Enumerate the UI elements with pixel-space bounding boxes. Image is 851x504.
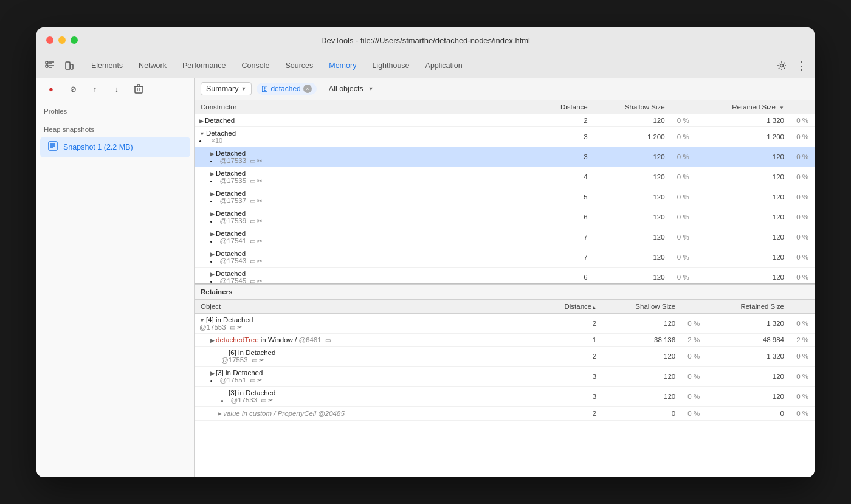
expand-arrow-icon[interactable]: ▶ [210, 370, 215, 376]
node-cut-icon[interactable]: ✂ [257, 157, 262, 164]
maximize-button[interactable] [71, 36, 78, 44]
node-copy-icon[interactable]: ▭ [325, 337, 331, 343]
expand-arrow-icon[interactable]: ▶ [210, 271, 215, 277]
shallow-size-header[interactable]: Shallow Size [594, 100, 671, 114]
upload-button[interactable]: ↑ [86, 80, 103, 97]
retainer-row[interactable]: ▸ value in custom / PropertyCell @20485 … [195, 406, 815, 420]
summary-dropdown[interactable]: Summary ▼ [201, 82, 252, 95]
distance-cell: 6 [536, 207, 594, 227]
retained-size-header[interactable]: Retained Size ▼ [695, 100, 790, 114]
retainer-row[interactable]: [3] in Detached @17533 ▭✂ 3 120 0 % 120 … [195, 386, 815, 406]
table-row[interactable]: ▶Detached @17533 ▭✂ 3 120 0 % 120 0 % [195, 147, 815, 167]
expand-arrow-icon[interactable]: ▼ [199, 317, 205, 323]
retainer-row[interactable]: ▶[3] in Detached @17551 ▭✂ 3 120 0 % 120… [195, 366, 815, 386]
svg-rect-1 [46, 65, 48, 67]
shallow-pct-cell: 0 % [671, 167, 695, 187]
node-copy-icon[interactable]: ▭ [250, 258, 255, 264]
tab-lighthouse[interactable]: Lighthouse [365, 56, 416, 75]
node-cut-icon[interactable]: ✂ [257, 278, 262, 283]
close-button[interactable] [46, 36, 53, 44]
node-copy-icon[interactable]: ▭ [252, 357, 257, 364]
node-copy-icon[interactable]: ▭ [250, 198, 255, 204]
retained-cell: 120 [695, 207, 790, 227]
settings-icon[interactable] [773, 57, 790, 74]
filter-clear-button[interactable]: × [303, 85, 312, 93]
ret-shallow-header[interactable]: Shallow Size [602, 300, 681, 314]
expand-arrow-icon[interactable]: ▶ [210, 337, 215, 343]
node-cut-icon[interactable]: ✂ [257, 218, 262, 224]
expand-arrow-icon[interactable]: ▼ [199, 131, 205, 137]
node-copy-icon[interactable]: ▭ [250, 178, 255, 184]
table-row[interactable]: ▶Detached @17543 ▭✂ 7 120 0 % 120 0 % [195, 247, 815, 267]
node-copy-icon[interactable]: ▭ [261, 397, 266, 404]
ret-distance-header[interactable]: Distance▲ [536, 300, 602, 314]
tab-sources[interactable]: Sources [278, 56, 320, 75]
retainer-shallow-cell: 120 [602, 366, 681, 386]
titlebar: DevTools - file:///Users/stmarthe/detach… [36, 27, 815, 54]
node-cut-icon[interactable]: ✂ [257, 377, 262, 384]
expand-arrow-icon[interactable]: ▶ [210, 231, 215, 237]
retainer-shallow-cell: 120 [602, 386, 681, 406]
retainers-scroll[interactable]: Object Distance▲ Shallow Size Retained S… [195, 300, 815, 477]
clear-button[interactable]: ⊘ [64, 80, 81, 97]
constructor-header[interactable]: Constructor [195, 100, 536, 114]
table-row[interactable]: ▶Detached @17541 ▭✂ 7 120 0 % 120 0 % [195, 227, 815, 247]
node-cut-icon[interactable]: ✂ [268, 397, 273, 404]
tab-performance[interactable]: Performance [175, 56, 233, 75]
distance-cell: 2 [536, 114, 594, 126]
expand-arrow-icon[interactable]: ▶ [210, 171, 215, 177]
inspect-icon[interactable] [41, 57, 58, 74]
node-cut-icon[interactable]: ✂ [237, 324, 242, 331]
ret-retained-header[interactable]: Retained Size [706, 300, 790, 314]
distance-header[interactable]: Distance [536, 100, 594, 114]
heap-table: Constructor Distance Shallow Size Retain… [195, 100, 815, 283]
retainer-shallow-cell: 0 [602, 406, 681, 420]
node-copy-icon[interactable]: ▭ [250, 238, 255, 244]
content-area: Summary ▼ ⚿ detached × All objects ▼ [195, 78, 815, 477]
node-copy-icon[interactable]: ▭ [250, 278, 255, 283]
retainer-row[interactable]: ▶detachedTree in Window / @6461 ▭ 1 38 1… [195, 333, 815, 346]
tab-console[interactable]: Console [235, 56, 277, 75]
table-row[interactable]: ▶Detached @17537 ▭✂ 5 120 0 % 120 0 % [195, 187, 815, 207]
object-header[interactable]: Object [195, 300, 536, 314]
table-row[interactable]: ▶Detached @17535 ▭✂ 4 120 0 % 120 0 % [195, 167, 815, 187]
expand-arrow-icon[interactable]: ▶ [210, 211, 215, 217]
retainer-distance-cell: 3 [536, 366, 602, 386]
table-row[interactable]: ▶Detached @17545 ▭✂ 6 120 0 % 120 0 % [195, 267, 815, 283]
tab-application[interactable]: Application [418, 56, 470, 75]
node-cut-icon[interactable]: ✂ [257, 258, 262, 264]
expand-arrow-icon[interactable]: ▶ [210, 191, 215, 197]
collect-garbage-button[interactable] [130, 80, 147, 97]
minimize-button[interactable] [58, 36, 66, 44]
node-copy-icon[interactable]: ▭ [230, 324, 235, 331]
node-cut-icon[interactable]: ✂ [257, 198, 262, 204]
retainer-row[interactable]: [6] in Detached @17553 ▭✂ 2 120 0 % 1 32… [195, 346, 815, 366]
node-copy-icon[interactable]: ▭ [250, 157, 255, 164]
retainer-row[interactable]: ▼[4] in Detached @17553 ▭✂ 2 120 0 % 1 3… [195, 313, 815, 333]
download-button[interactable]: ↓ [108, 80, 125, 97]
more-icon[interactable]: ⋮ [793, 57, 810, 74]
tab-network[interactable]: Network [131, 56, 174, 75]
svg-rect-0 [46, 61, 48, 64]
node-copy-icon[interactable]: ▭ [250, 218, 255, 224]
table-row[interactable]: ▶Detached 2 120 0 % 1 320 0 % [195, 114, 815, 126]
device-icon[interactable] [61, 57, 78, 74]
node-cut-icon[interactable]: ✂ [257, 178, 262, 184]
constructor-cell: ▼Detached ×10 [195, 126, 536, 147]
record-button[interactable]: ● [43, 80, 60, 97]
node-copy-icon[interactable]: ▭ [250, 377, 255, 384]
table-row[interactable]: ▶Detached @17539 ▭✂ 6 120 0 % 120 0 % [195, 207, 815, 227]
node-cut-icon[interactable]: ✂ [259, 357, 264, 364]
expand-arrow-icon[interactable]: ▶ [210, 151, 215, 157]
expand-arrow-icon[interactable]: ▶ [199, 118, 204, 124]
tab-memory[interactable]: Memory [322, 56, 363, 75]
objects-dropdown[interactable]: All objects ▼ [324, 83, 379, 95]
snapshot-item[interactable]: Snapshot 1 (2.2 MB) [40, 137, 190, 157]
node-cut-icon[interactable]: ✂ [257, 238, 262, 244]
shallow-cell: 120 [594, 187, 671, 207]
table-row[interactable]: ▼Detached ×10 3 1 200 0 % 1 200 0 % [195, 126, 815, 147]
tab-elements[interactable]: Elements [84, 56, 130, 75]
expand-arrow-icon[interactable]: ▶ [210, 251, 215, 257]
retained-pct-cell: 0 % [790, 227, 815, 247]
shallow-pct-header [671, 100, 695, 114]
